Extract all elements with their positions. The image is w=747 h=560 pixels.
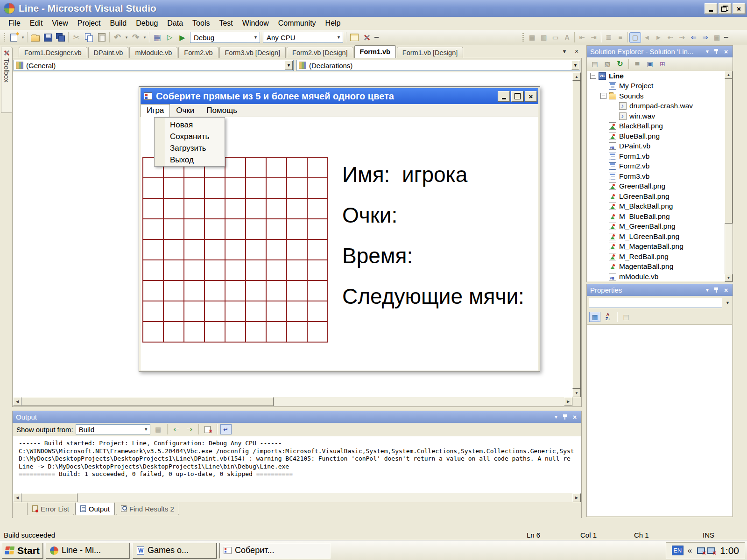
undo-icon[interactable]: ↶ xyxy=(111,32,124,43)
tray-chevron-icon[interactable]: « xyxy=(688,546,692,555)
chevron-down-icon[interactable]: ▼ xyxy=(285,61,293,70)
categorized-icon[interactable]: ▦ xyxy=(589,312,600,322)
view-designer-icon[interactable]: ▣ xyxy=(644,59,655,69)
tree-item[interactable]: Form2.vb xyxy=(587,161,732,172)
grid-cell[interactable] xyxy=(287,301,307,322)
decrease-indent-icon[interactable]: ⇤ xyxy=(576,32,588,43)
property-pages-icon[interactable]: ▤ xyxy=(620,312,632,322)
menu-test[interactable]: Test xyxy=(214,18,237,29)
language-indicator[interactable]: EN xyxy=(672,546,684,555)
bookmark-toggle-icon[interactable]: ▢ xyxy=(629,32,641,43)
grid-cell[interactable] xyxy=(143,239,163,260)
build-output-text[interactable]: ------ Build started: Project: Line, Con… xyxy=(13,436,581,493)
bookmark-prev-folder-icon[interactable]: ⇠ xyxy=(664,32,676,43)
toolbox-icon[interactable] xyxy=(360,32,373,43)
grid-cell[interactable] xyxy=(307,198,328,219)
grid-cell[interactable] xyxy=(143,260,163,280)
grid-cell[interactable] xyxy=(246,198,266,219)
grid-cell[interactable] xyxy=(184,301,204,322)
configuration-combo[interactable]: Debug ▼ xyxy=(190,32,260,43)
doc-tab-Form1.Designer.vb[interactable]: Form1.Designer.vb xyxy=(19,47,87,58)
drop-arrow-icon[interactable]: ▾ xyxy=(124,32,129,43)
grid-cell[interactable] xyxy=(163,301,184,322)
grid-cell[interactable] xyxy=(225,178,246,198)
properties-icon[interactable]: ▤ xyxy=(589,59,600,69)
tree-item[interactable]: GreenBall.png xyxy=(587,182,732,192)
doc-tab-Form1.vb-Design-[interactable]: Form1.vb [Design] xyxy=(397,47,463,58)
doc-tab-Form1.vb[interactable]: Form1.vb xyxy=(354,45,396,58)
tab-output[interactable]: Output xyxy=(75,503,115,515)
grid-cell[interactable] xyxy=(287,239,307,260)
refresh-icon[interactable]: ↻ xyxy=(614,59,626,69)
tab-error-list[interactable]: Error List xyxy=(27,503,74,515)
chevron-down-icon[interactable]: ▼ xyxy=(252,32,260,42)
grid-cell[interactable] xyxy=(307,178,328,198)
grid-cell[interactable] xyxy=(204,280,225,301)
maximize-icon[interactable] xyxy=(511,91,523,102)
menu-help[interactable]: Help xyxy=(321,18,345,29)
grid-cell[interactable] xyxy=(184,239,204,260)
tree-item[interactable]: BlackBall.png xyxy=(587,121,732,132)
bookmark-clear-icon[interactable]: ▣ xyxy=(711,32,723,43)
clear-all-icon[interactable] xyxy=(202,424,213,434)
bookmark-next-doc-icon[interactable]: ⇒ xyxy=(699,32,711,43)
game-titlebar[interactable]: Соберите прямые из 5 и более мячей одног… xyxy=(141,88,538,104)
toolbox-tab[interactable]: Toolbox xyxy=(1,47,13,113)
class-diagram-icon[interactable]: ⊞ xyxy=(657,59,668,69)
grid-cell[interactable] xyxy=(246,260,266,280)
editor-horizontal-scrollbar[interactable]: ◀ ▶ xyxy=(13,397,572,406)
grid-cell[interactable] xyxy=(246,178,266,198)
tree-item[interactable]: Sounds xyxy=(587,91,732,101)
editor-vertical-scrollbar[interactable]: ▲ ▼ xyxy=(572,72,581,397)
grid-cell[interactable] xyxy=(225,280,246,301)
increase-indent-icon[interactable]: ⇥ xyxy=(588,32,599,43)
comment-icon[interactable]: ≣ xyxy=(603,32,614,43)
grid-cell[interactable] xyxy=(307,322,328,342)
doc-tab-mModule.vb[interactable]: mModule.vb xyxy=(129,47,177,58)
grid-cell[interactable] xyxy=(287,260,307,280)
doc-tab-Form2.vb[interactable]: Form2.vb xyxy=(178,47,218,58)
paste-icon[interactable] xyxy=(95,32,108,43)
parameter-info-icon[interactable]: ▭ xyxy=(550,32,561,43)
menu-community[interactable]: Community xyxy=(274,18,321,29)
scrollbar-thumb[interactable] xyxy=(21,493,78,502)
output-header[interactable]: Output ▼× xyxy=(13,411,581,423)
task-button-2[interactable]: Соберит... xyxy=(219,543,331,559)
grid-cell[interactable] xyxy=(246,157,266,178)
grid-cell[interactable] xyxy=(225,157,246,178)
task-button-1[interactable]: Games o... xyxy=(133,543,217,559)
tree-scrollbar[interactable]: ▲ ▼ xyxy=(725,71,733,282)
game-board-grid[interactable] xyxy=(142,157,328,343)
menu-edit[interactable]: Edit xyxy=(25,18,48,29)
grid-cell[interactable] xyxy=(287,178,307,198)
word-completion-icon[interactable]: A xyxy=(561,32,573,43)
grid-cell[interactable] xyxy=(184,280,204,301)
grid-cell[interactable] xyxy=(184,260,204,280)
scroll-down-icon[interactable]: ▼ xyxy=(725,274,733,282)
network-status-icon[interactable] xyxy=(696,546,705,555)
grid-cell[interactable] xyxy=(143,301,163,322)
game-menu-0[interactable]: Игра xyxy=(141,104,170,117)
bookmark-prev-doc-icon[interactable]: ⇐ xyxy=(688,32,699,43)
tree-item[interactable]: M_LGreenBall.png xyxy=(587,231,732,242)
toggle-word-wrap-icon[interactable]: ↵ xyxy=(220,424,232,434)
overflow-icon[interactable] xyxy=(373,32,380,43)
tree-item[interactable]: Line xyxy=(587,71,732,81)
auto-hide-pin-icon[interactable] xyxy=(712,286,721,294)
doc-tab-Form3.vb-Design-[interactable]: Form3.vb [Design] xyxy=(219,47,286,58)
auto-hide-pin-icon[interactable] xyxy=(561,413,570,421)
doc-tab-DPaint.vb[interactable]: DPaint.vb xyxy=(88,47,129,58)
bookmark-next-icon[interactable]: ► xyxy=(653,32,664,43)
game-menu-item-3[interactable]: Выход xyxy=(155,154,225,166)
grid-cell[interactable] xyxy=(307,260,328,280)
menu-data[interactable]: Data xyxy=(162,18,188,29)
auto-hide-pin-icon[interactable] xyxy=(712,48,721,56)
tree-item[interactable]: M_GreenBall.png xyxy=(587,222,732,232)
grid-cell[interactable] xyxy=(225,219,246,239)
minimize-icon[interactable] xyxy=(498,91,510,102)
start-without-debugging-icon[interactable]: ▷ xyxy=(163,32,176,43)
chevron-down-icon[interactable]: ▼ xyxy=(724,299,731,307)
properties-grid[interactable] xyxy=(587,324,732,516)
tree-item[interactable]: LGreenBall.png xyxy=(587,191,732,202)
grid-cell[interactable] xyxy=(204,239,225,260)
